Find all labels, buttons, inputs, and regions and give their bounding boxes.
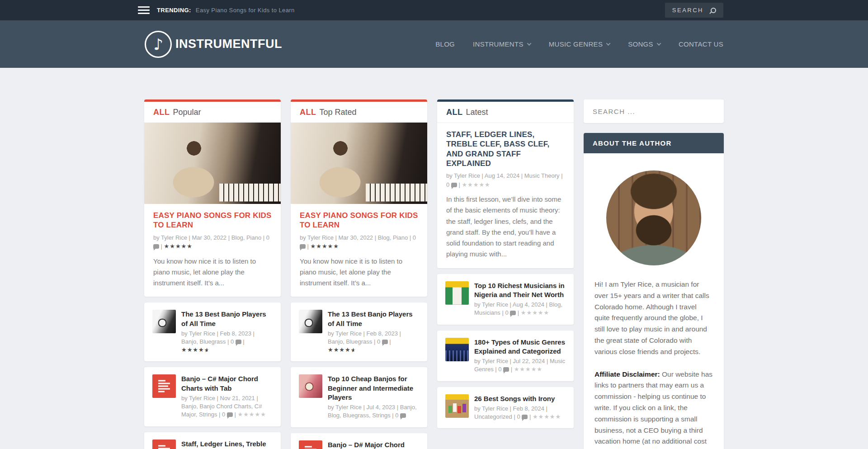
star-rating: ★★★★★ bbox=[521, 309, 549, 316]
affiliate-disclaimer: Affiliate Disclaimer: Our website has li… bbox=[594, 369, 713, 449]
trending-label: TRENDING: bbox=[157, 7, 191, 14]
tab-sub-label: Top Rated bbox=[320, 108, 357, 117]
featured-post-title[interactable]: EASY PIANO SONGS FOR KIDS TO LEARN bbox=[300, 211, 418, 230]
post-meta: by Tyler Rice | Aug 4, 2024 | Blog, Musi… bbox=[474, 301, 566, 317]
post-list-item[interactable]: The 13 Best Banjo Players of All Timeby … bbox=[144, 302, 281, 361]
post-list-item-body: The 13 Best Banjo Players of All Timeby … bbox=[328, 310, 419, 354]
post-list-item[interactable]: Banjo – D# Major Chord Charts with Tabby… bbox=[291, 433, 427, 449]
star-rating: ★★★★★ bbox=[311, 243, 339, 250]
tab-sub-label: Latest bbox=[466, 108, 488, 117]
post-list-item[interactable]: Top 10 Richest Musicians in Nigeria and … bbox=[437, 274, 574, 325]
content-area: ALLPopularEASY PIANO SONGS FOR KIDS TO L… bbox=[144, 99, 724, 449]
post-meta: by Tyler Rice | Feb 8, 2023 | Banjo, Blu… bbox=[181, 330, 273, 354]
hamburger-menu-icon[interactable] bbox=[138, 6, 150, 14]
top-bar: TRENDING: Easy Piano Songs for Kids to L… bbox=[0, 0, 868, 20]
tab-header-popular[interactable]: ALLPopular bbox=[144, 102, 281, 123]
post-title[interactable]: 26 Best Songs with Irony bbox=[474, 394, 566, 403]
comment-icon bbox=[451, 183, 457, 187]
post-list-item[interactable]: Top 10 Cheap Banjos for Beginner and Int… bbox=[291, 367, 427, 427]
post-title[interactable]: Banjo – D# Major Chord Charts with Tab bbox=[328, 440, 419, 449]
comment-icon bbox=[236, 340, 241, 344]
post-list-item[interactable]: The 13 Best Banjo Players of All Timeby … bbox=[291, 302, 427, 361]
nav-item-blog[interactable]: BLOG bbox=[435, 40, 455, 48]
post-meta: by Tyler Rice | Mar 30, 2022 | Blog, Pia… bbox=[153, 233, 272, 251]
nav-item-label: SONGS bbox=[628, 40, 653, 48]
post-list-item-body: Banjo – C# Major Chord Charts with Tabby… bbox=[181, 374, 273, 419]
post-thumbnail-doc[interactable] bbox=[152, 374, 176, 398]
post-title[interactable]: Top 10 Richest Musicians in Nigeria and … bbox=[474, 281, 566, 300]
comment-icon bbox=[382, 340, 388, 344]
post-list-item[interactable]: Banjo – C# Major Chord Charts with Tabby… bbox=[144, 367, 281, 426]
featured-image-piano-kid[interactable] bbox=[291, 123, 427, 204]
featured-card: ALLPopularEASY PIANO SONGS FOR KIDS TO L… bbox=[144, 99, 281, 297]
post-list-item-body: 26 Best Songs with Ironyby Tyler Rice | … bbox=[474, 394, 566, 421]
nav-item-songs[interactable]: SONGS bbox=[628, 40, 660, 48]
tab-header-top-rated[interactable]: ALLTop Rated bbox=[291, 102, 427, 123]
sidebar-search bbox=[584, 99, 724, 123]
comment-icon bbox=[503, 367, 509, 372]
nav-item-music-genres[interactable]: MUSIC GENRES bbox=[549, 40, 610, 48]
featured-body: STAFF, LEDGER LINES, TREBLE CLEF, BASS C… bbox=[437, 123, 574, 268]
featured-post-title[interactable]: EASY PIANO SONGS FOR KIDS TO LEARN bbox=[153, 211, 272, 230]
treble-clef-logo-icon: ♪ bbox=[145, 31, 172, 58]
affiliate-disclaimer-label: Affiliate Disclaimer: bbox=[594, 370, 660, 378]
post-excerpt: You know how nice it is to listen to pia… bbox=[300, 256, 418, 289]
post-title[interactable]: 180+ Types of Music Genres Explained and… bbox=[474, 338, 566, 356]
post-meta: by Tyler Rice | Mar 30, 2022 | Blog, Pia… bbox=[300, 233, 418, 251]
post-title[interactable]: The 13 Best Banjo Players of All Time bbox=[328, 310, 419, 328]
star-rating: ★★★★★ bbox=[533, 413, 561, 420]
featured-body: EASY PIANO SONGS FOR KIDS TO LEARNby Tyl… bbox=[291, 204, 427, 297]
nav-item-contact-us[interactable]: CONTACT US bbox=[679, 40, 723, 48]
post-list-item-body: Staff, Ledger Lines, Treble Clef, Bass C… bbox=[181, 440, 273, 449]
tab-all-label: ALL bbox=[446, 108, 463, 117]
post-list-item[interactable]: 180+ Types of Music Genres Explained and… bbox=[437, 331, 574, 381]
column-popular: ALLPopularEASY PIANO SONGS FOR KIDS TO L… bbox=[144, 99, 281, 449]
post-thumbnail-genres[interactable] bbox=[445, 338, 469, 361]
nav-item-instruments[interactable]: INSTRUMENTS bbox=[473, 40, 531, 48]
post-excerpt: You know how nice it is to listen to pia… bbox=[153, 256, 272, 289]
column-top-rated: ALLTop RatedEASY PIANO SONGS FOR KIDS TO… bbox=[291, 99, 427, 449]
post-thumbnail-banjo-players[interactable] bbox=[299, 310, 322, 333]
post-meta: by Tyler Rice | Aug 14, 2024 | Music The… bbox=[446, 171, 565, 189]
nav-item-label: BLOG bbox=[435, 40, 455, 48]
about-author-body: Hi! I am Tyler Rice, a musician for over… bbox=[584, 153, 724, 449]
post-thumbnail-doc[interactable] bbox=[152, 440, 176, 449]
star-rating: ★★★★★ bbox=[238, 411, 266, 418]
post-meta: by Tyler Rice | Nov 21, 2021 | Banjo, Ba… bbox=[181, 394, 273, 419]
post-thumbnail-banjo-players[interactable] bbox=[152, 310, 176, 333]
main-nav: BLOGINSTRUMENTSMUSIC GENRESSONGSCONTACT … bbox=[435, 40, 723, 48]
site-logo[interactable]: ♪ INSTRUMENTFUL bbox=[145, 31, 282, 58]
tab-all-label: ALL bbox=[300, 108, 316, 117]
trending-post-link[interactable]: Easy Piano Songs for Kids to Learn bbox=[196, 7, 295, 14]
post-excerpt: In this first lesson, we’ll dive into so… bbox=[446, 194, 565, 260]
about-author-title: ABOUT THE AUTHOR bbox=[584, 133, 724, 153]
post-meta: by Tyler Rice | Jul 22, 2024 | Music Gen… bbox=[474, 357, 566, 373]
post-meta: by Tyler Rice | Feb 8, 2023 | Banjo, Blu… bbox=[328, 330, 419, 354]
post-title[interactable]: Staff, Ledger Lines, Treble Clef, Bass C… bbox=[181, 440, 273, 449]
comment-icon bbox=[227, 412, 233, 417]
topbar-search-label: SEARCH bbox=[672, 7, 703, 14]
featured-image-piano-kid[interactable] bbox=[144, 123, 281, 204]
featured-post-title[interactable]: STAFF, LEDGER LINES, TREBLE CLEF, BASS C… bbox=[446, 130, 565, 168]
sidebar-search-input[interactable] bbox=[584, 108, 724, 115]
post-thumbnail-irony[interactable] bbox=[445, 394, 469, 418]
author-bio: Hi! I am Tyler Rice, a musician for over… bbox=[594, 279, 713, 358]
star-rating: ★★★★★ bbox=[462, 181, 490, 188]
post-title[interactable]: Banjo – C# Major Chord Charts with Tab bbox=[181, 374, 273, 393]
featured-card: ALLTop RatedEASY PIANO SONGS FOR KIDS TO… bbox=[291, 99, 427, 297]
post-thumbnail-doc[interactable] bbox=[299, 440, 322, 449]
post-list-item-body: Top 10 Richest Musicians in Nigeria and … bbox=[474, 281, 566, 317]
tab-header-latest[interactable]: ALLLatest bbox=[437, 102, 574, 123]
nav-item-label: CONTACT US bbox=[679, 40, 723, 48]
tab-sub-label: Popular bbox=[173, 108, 201, 117]
post-thumbnail-cheap-banjos[interactable] bbox=[299, 374, 322, 398]
nav-item-label: MUSIC GENRES bbox=[549, 40, 603, 48]
post-list-item[interactable]: Staff, Ledger Lines, Treble Clef, Bass C… bbox=[144, 432, 281, 449]
sidebar: ABOUT THE AUTHOR Hi! I am Tyler Rice, a … bbox=[584, 99, 724, 449]
post-list-item[interactable]: 26 Best Songs with Ironyby Tyler Rice | … bbox=[437, 387, 574, 429]
post-thumbnail-nigeria[interactable] bbox=[445, 281, 469, 305]
nav-item-label: INSTRUMENTS bbox=[473, 40, 524, 48]
post-title[interactable]: Top 10 Cheap Banjos for Beginner and Int… bbox=[328, 374, 419, 402]
post-title[interactable]: The 13 Best Banjo Players of All Time bbox=[181, 310, 273, 328]
topbar-search-button[interactable]: SEARCH bbox=[665, 3, 723, 18]
